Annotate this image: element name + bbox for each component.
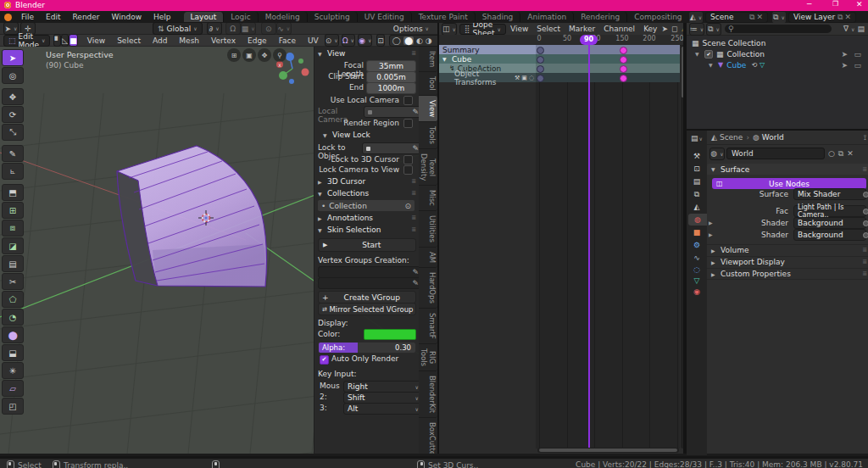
outliner-row-cube[interactable]: ▼ ▼ Cube ⟲ ▽ ➤ ▭ [687,59,868,70]
viewport-menu-uv[interactable]: UV [302,36,325,45]
workspace-tab-rendering[interactable]: Rendering [574,12,627,22]
face-select-button[interactable]: ■ [69,34,78,47]
eyedropper-icon[interactable]: ✎ [412,268,419,276]
start-button[interactable]: ▶ Start [318,238,416,252]
keyframe-frame0[interactable] [537,56,544,64]
solid-shading-icon[interactable]: ⬤ [403,36,414,45]
material-shading-icon[interactable]: ◐ [416,36,423,45]
proportional-editing-icon[interactable]: ◉∨ [358,34,372,47]
mute-checkbox-icon[interactable]: ▣ [521,75,527,81]
lock-camera-checkbox[interactable] [403,165,413,175]
n-tab-smartf[interactable]: SmartF [419,309,437,344]
workspace-tab-modeling[interactable]: Modeling [259,12,308,22]
tab-object-icon[interactable]: ■ [688,226,705,238]
current-frame-indicator[interactable]: 90 [580,35,598,45]
mirror-vgroup-button[interactable]: ⇄ Mirror Selected VGroup [318,303,416,315]
panel-menu-icon[interactable]: ≣ [411,178,416,185]
breadcrumb-world[interactable]: World [762,133,784,142]
properties-editor-type-icon[interactable]: ▤∨ [688,132,705,144]
alpha-slider[interactable]: Alpha: 0.30 [318,342,416,354]
remove-view-layer-icon[interactable]: ✕ [844,13,851,21]
workspace-tab-layout[interactable]: Layout [184,12,225,22]
pin-icon[interactable]: ⟟ [864,133,866,142]
active-tool-icon[interactable]: ➤∨ [3,22,19,35]
create-vgroup-button[interactable]: + Create VGroup [318,291,416,304]
new-collection-icon[interactable]: ▤ [857,25,865,33]
workspace-tab-uv-editing[interactable]: UV Editing [358,12,412,22]
vertex-select-button[interactable]: ▘ [53,34,61,47]
tab-material-icon[interactable]: ◉ [688,286,705,298]
menu-edit[interactable]: Edit [40,13,66,21]
viewport-menu-edge[interactable]: Edge [242,36,273,45]
copy-view-layer-icon[interactable]: ⧉ [837,13,843,22]
snap-toggle-icon[interactable]: Ω∨ [342,34,355,47]
zoom-icon[interactable]: ⚲ [273,48,287,62]
tool-spin[interactable]: ◔ [2,309,24,326]
editor-type-icon[interactable]: ◫∨ [442,23,457,36]
workspace-tab-logic[interactable]: Logic [224,12,259,22]
tab-constraints-icon[interactable]: ∿ [688,252,705,264]
breadcrumb-scene[interactable]: Scene [720,133,743,142]
menu-window[interactable]: Window [106,13,148,21]
cube-mesh-object[interactable] [117,146,267,287]
tool-knife[interactable]: ✂ [2,273,24,290]
collection-list-item[interactable]: • Collection ⊙ [318,200,415,211]
custom-properties-panel-header[interactable]: ▶Custom Properties ≣ [707,268,868,280]
dope-menu-key[interactable]: Key [639,25,661,33]
tool-scale[interactable]: ⤡ [2,124,24,141]
dope-sheet-mode-dropdown[interactable]: ⣿ Dope Sheet ∨ [459,24,506,35]
use-local-camera-checkbox[interactable] [403,96,413,105]
channel-object-transforms[interactable]: Object Transforms ⚒ ▣ ◌ [439,73,536,82]
tab-output-icon[interactable]: ▤ [688,176,705,187]
tool-shrink-fatten[interactable]: ✳ [2,362,24,379]
local-camera-field[interactable]: ✎ [364,106,423,118]
key2-dropdown[interactable]: Shift∨ [343,392,423,404]
keyframe-area[interactable] [536,45,680,448]
annotations-panel-header[interactable]: ▶Annotations≣ [318,214,416,222]
n-tab-am[interactable]: AM [419,248,437,268]
workspace-tab-sculpting[interactable]: Sculpting [308,12,358,22]
wireframe-shading-icon[interactable]: ◯ [392,36,401,45]
viewport-display-panel-header[interactable]: ▶Viewport Display ≣ [707,256,868,267]
n-tab-boxcutter[interactable]: BoxCutter [419,418,437,454]
world-datablock-icon[interactable]: ◍∨ [709,148,725,160]
workspace-tab-shading[interactable]: Shading [476,12,521,22]
n-tab-tools[interactable]: Tools [419,122,437,149]
pan-hand-icon[interactable]: ✥ [258,48,271,62]
tool-cursor[interactable]: ◎ [2,67,24,84]
blender-menu-icon[interactable] [4,14,12,21]
tool-rotate[interactable]: ⟳ [2,106,24,123]
dope-menu-marker[interactable]: Marker [565,25,599,33]
menu-file[interactable]: File [15,13,40,21]
keyframe-frame0[interactable] [537,47,544,54]
dope-menu-channel[interactable]: Channel [599,25,639,33]
lock-to-object-field[interactable]: ✎ [362,142,423,154]
rendered-shading-icon[interactable]: ◑ [426,36,432,45]
vgroup-name-input-1[interactable]: ✎ [318,266,423,278]
snap-magnet-icon[interactable]: Ω [225,22,241,35]
tool-poly-build[interactable]: ⬠ [2,291,24,308]
select-pointer-icon[interactable]: ➤ [661,25,668,33]
minimize-button[interactable]: ─ [807,0,811,8]
tab-modifiers-icon[interactable]: ⚙ [688,239,705,251]
keyframe-frame0[interactable] [537,75,544,82]
render-region-checkbox[interactable] [403,119,413,128]
dope-menu-view[interactable]: View [506,25,532,33]
scene-name-field[interactable]: Scene ⧉ ✕ [705,12,768,23]
volume-panel-header[interactable]: ▶Volume ≣ [707,244,868,255]
keyframe-frame150-selected[interactable] [620,65,627,73]
dope-menu-select[interactable]: Select [532,25,565,33]
tab-physics-icon[interactable]: ◌ [688,264,705,276]
cursor-panel-header[interactable]: ▶3D Cursor≣ [318,177,416,186]
tool-select-box[interactable]: ➤ [2,49,24,66]
tool-rip-region[interactable]: ◰ [2,398,24,415]
channel-summary[interactable]: Summary [439,45,536,54]
menu-render[interactable]: Render [67,13,106,21]
tool-move[interactable]: ✥ [2,88,24,105]
n-tab-utilities[interactable]: Utilities [419,211,437,248]
dope-h-scrollbar-thumb[interactable] [539,448,677,452]
tool-shear[interactable]: ▱ [2,380,24,397]
n-tab-tool[interactable]: Tool [419,72,437,96]
outliner-search-input[interactable]: ⚲ [725,25,832,33]
transform-orientation-dropdown[interactable]: ⇅ Global ∨ [153,22,203,35]
